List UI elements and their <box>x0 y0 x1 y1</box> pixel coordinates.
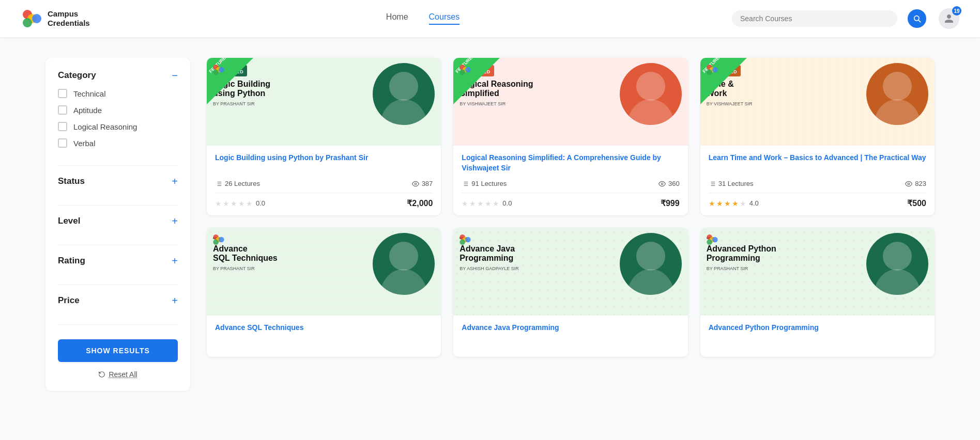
divider <box>709 193 926 193</box>
course-card[interactable]: FEATURED Logical ReasoningSimplified BY … <box>453 58 687 215</box>
svg-point-6 <box>389 72 418 101</box>
label-aptitude: Aptitude <box>73 106 102 115</box>
svg-point-25 <box>460 69 466 75</box>
person-placeholder <box>373 233 435 295</box>
filter-option-technical[interactable]: Technical <box>58 89 178 98</box>
course-body: Advance SQL Techniques <box>207 316 441 357</box>
person-placeholder <box>620 233 682 295</box>
main-nav: Home Courses <box>114 12 732 25</box>
status-filter-header: Status + <box>58 176 178 186</box>
course-price: ₹2,000 <box>407 198 433 208</box>
star-empty: ★ <box>740 199 746 208</box>
reset-all[interactable]: Reset All <box>58 370 178 379</box>
course-body: Logical Reasoning Simplified: A Comprehe… <box>453 146 687 215</box>
cc-logo-thumb <box>212 233 225 248</box>
course-card[interactable]: Advanced PythonProgramming BY PRASHANT S… <box>700 228 935 357</box>
cc-logo-thumb <box>706 233 719 248</box>
courses-grid: FEATURED Logic Buildingusing Python BY P… <box>207 58 935 391</box>
cc-logo-thumb <box>706 63 719 78</box>
logo[interactable]: Campus Credentials <box>21 7 114 30</box>
instructor-avatar <box>620 233 682 295</box>
filter-option-logical[interactable]: Logical Reasoning <box>58 122 178 131</box>
star-empty: ★ <box>246 199 253 208</box>
course-thumbnail: FEATURED Time &Work BY VISHWAJEET SIR FE… <box>700 58 935 146</box>
level-filter: Level + <box>58 216 178 245</box>
person-placeholder <box>373 63 435 125</box>
filter-option-aptitude[interactable]: Aptitude <box>58 105 178 115</box>
category-toggle[interactable]: − <box>172 70 178 81</box>
course-body: Advance Java Programming <box>453 316 687 357</box>
instructor-avatar <box>866 233 928 295</box>
svg-point-56 <box>219 237 224 243</box>
price-title: Price <box>58 295 80 306</box>
svg-point-20 <box>415 183 417 185</box>
views-meta: 387 <box>412 180 433 187</box>
reset-icon <box>98 371 105 378</box>
thumb-author: BY PRASHANT SIR <box>213 266 290 271</box>
star-empty: ★ <box>462 199 468 208</box>
course-title: Learn Time and Work – Basics to Advanced… <box>709 153 926 174</box>
svg-line-5 <box>918 20 920 22</box>
rating-filter: Rating + <box>58 256 178 285</box>
search-area: 19 <box>732 8 959 29</box>
svg-point-4 <box>914 16 919 21</box>
svg-point-62 <box>465 237 471 243</box>
status-title: Status <box>58 176 85 186</box>
course-card[interactable]: AdvanceSQL Techniques BY PRASHANT SIR Ad… <box>207 228 441 357</box>
instructor-avatar <box>373 233 435 295</box>
star-empty: ★ <box>477 199 484 208</box>
svg-point-35 <box>661 183 663 185</box>
checkbox-technical[interactable] <box>58 89 67 98</box>
course-price: ₹500 <box>907 198 926 208</box>
star-empty: ★ <box>493 199 499 208</box>
logo-text: Campus Credentials <box>48 9 90 28</box>
nav-home[interactable]: Home <box>386 12 408 25</box>
course-thumbnail: FEATURED Logic Buildingusing Python BY P… <box>207 58 441 146</box>
course-card[interactable]: Advance JavaProgramming BY ASHISH GADPAY… <box>453 228 687 357</box>
level-toggle[interactable]: + <box>172 216 178 226</box>
search-button[interactable] <box>908 9 926 28</box>
price-filter: Price + <box>58 295 178 325</box>
svg-point-68 <box>712 237 718 243</box>
notification-badge: 19 <box>952 6 961 15</box>
course-card[interactable]: FEATURED Time &Work BY VISHWAJEET SIR FE… <box>700 58 935 215</box>
rating-number: 4.0 <box>749 199 759 207</box>
price-filter-header: Price + <box>58 295 178 306</box>
course-meta: 31 Lectures 823 <box>709 180 926 187</box>
checkbox-verbal[interactable] <box>58 138 67 148</box>
label-verbal: Verbal <box>73 139 96 148</box>
svg-point-3 <box>32 14 41 23</box>
thumb-background: AdvanceSQL Techniques BY PRASHANT SIR <box>207 228 441 316</box>
thumb-author: BY ASHISH GADPAYLE SIR <box>460 266 537 271</box>
filter-option-verbal[interactable]: Verbal <box>58 138 178 148</box>
list-icon <box>215 180 222 187</box>
checkbox-logical[interactable] <box>58 122 67 131</box>
star-filled: ★ <box>732 199 739 208</box>
user-avatar[interactable]: 19 <box>939 8 959 29</box>
nav-courses[interactable]: Courses <box>429 12 460 25</box>
label-technical: Technical <box>73 89 106 98</box>
instructor-avatar <box>620 63 682 125</box>
show-results-button[interactable]: SHOW RESULTS <box>58 339 178 362</box>
rating-stars: ★★★★★ 0.0 <box>215 199 265 208</box>
svg-point-10 <box>213 69 219 75</box>
main-content: Category − Technical Aptitude Logical Re… <box>25 37 955 412</box>
price-toggle[interactable]: + <box>172 295 178 306</box>
views-count: 360 <box>668 180 680 187</box>
lectures-count: 91 Lectures <box>471 180 507 187</box>
svg-point-36 <box>883 72 912 101</box>
course-card[interactable]: FEATURED Logic Buildingusing Python BY P… <box>207 58 441 215</box>
rating-title: Rating <box>58 256 85 266</box>
lectures-count: 26 Lectures <box>225 180 260 187</box>
lectures-meta: 26 Lectures <box>215 180 260 187</box>
rating-number: 0.0 <box>502 199 512 207</box>
logo-icon <box>21 7 43 30</box>
search-input[interactable] <box>740 14 889 23</box>
course-body: Learn Time and Work – Basics to Advanced… <box>700 146 935 215</box>
cc-logo-thumb <box>458 63 472 78</box>
views-count: 387 <box>422 180 433 187</box>
rating-toggle[interactable]: + <box>172 256 178 266</box>
checkbox-aptitude[interactable] <box>58 105 67 115</box>
person-placeholder <box>866 63 928 125</box>
status-toggle[interactable]: + <box>172 176 178 186</box>
